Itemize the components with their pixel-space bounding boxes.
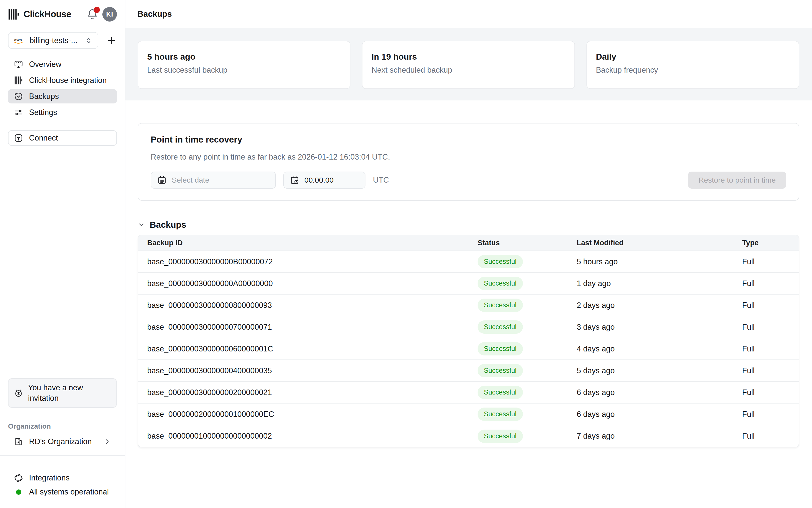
organization-section-label: Organization [8,422,117,430]
sidebar-divider [0,455,125,456]
table-row[interactable]: base_000000030000000A00000000 Successful… [138,272,799,294]
column-header-status: Status [478,235,577,251]
status-cell: Successful [478,294,577,316]
last-modified-cell: 3 days ago [577,316,742,338]
sidebar: ClickHouse KI aws billing-tests-... [0,0,126,508]
type-cell: Full [742,403,799,425]
sidebar-nav: Overview ClickHouse integration Backup [8,57,117,120]
service-name: billing-tests-... [30,36,80,45]
point-in-time-recovery-card: Point in time recovery Restore to any po… [138,123,799,201]
status-cell: Successful [478,360,577,381]
table-row[interactable]: base_000000030000000400000035 Successful… [138,360,799,381]
last-modified-cell: 1 day ago [577,272,742,294]
summary-cards-band: 5 hours ago Last successful backup In 19… [126,28,812,100]
table-row[interactable]: base_000000030000000200000021 Successful… [138,381,799,403]
overview-icon [14,60,23,69]
aws-logo-icon: aws [13,37,25,44]
last-modified-cell: 6 days ago [577,403,742,425]
calendar-icon [157,175,167,185]
backup-id-cell: base_000000030000000400000035 [138,360,478,381]
status-cell: Successful [478,316,577,338]
sidebar-item-label: Backups [29,92,59,101]
status-badge: Successful [478,408,523,421]
time-input[interactable]: 00:00:00 [283,172,366,188]
invitation-text: You have a new invitation [28,382,111,404]
organization-name: RD's Organization [29,437,92,446]
type-cell: Full [742,294,799,316]
sidebar-header: ClickHouse KI [8,7,117,22]
organization-switcher[interactable]: RD's Organization [8,434,117,449]
table-row[interactable]: base_00000003000000060000001C Successful… [138,338,799,360]
backups-section-title: Backups [150,220,186,230]
summary-card-caption: Last successful backup [147,66,341,75]
status-badge: Successful [478,430,523,443]
page-title: Backups [137,9,172,19]
system-status-label: All systems operational [29,488,109,497]
type-cell: Full [742,316,799,338]
table-header-row: Backup ID Status Last Modified Type [138,235,799,251]
service-selector[interactable]: aws billing-tests-... [8,32,98,49]
status-cell: Successful [478,251,577,272]
status-cell: Successful [478,381,577,403]
connect-label: Connect [29,133,58,142]
status-badge: Successful [478,277,523,290]
type-cell: Full [742,338,799,360]
sidebar-item-overview[interactable]: Overview [8,57,117,71]
connect-icon [14,133,23,142]
column-header-last-modified: Last Modified [577,235,742,251]
sidebar-item-backups[interactable]: Backups [8,89,117,103]
status-badge: Successful [478,342,523,355]
backup-id-cell: base_000000030000000700000071 [138,316,478,338]
timezone-label: UTC [373,176,389,184]
last-modified-cell: 5 days ago [577,360,742,381]
time-value: 00:00:00 [304,176,334,184]
integrations-label: Integrations [29,473,69,482]
column-header-backup-id: Backup ID [138,235,478,251]
notifications-button[interactable] [87,9,98,20]
sidebar-item-settings[interactable]: Settings [8,105,117,120]
last-modified-cell: 4 days ago [577,338,742,360]
top-bar: Backups [126,0,812,28]
summary-card-frequency: Daily Backup frequency [586,41,799,89]
status-badge: Successful [478,255,523,268]
system-status-link[interactable]: All systems operational [8,485,117,499]
last-modified-cell: 7 days ago [577,425,742,447]
table-row[interactable]: base_000000010000000000000002 Successful… [138,425,799,447]
backup-id-cell: base_00000003000000060000001C [138,338,478,360]
connect-button[interactable]: Connect [8,130,117,146]
sliders-icon [14,108,23,117]
status-cell: Successful [478,403,577,425]
backup-id-cell: base_000000010000000000000002 [138,425,478,447]
restore-button[interactable]: Restore to point in time [688,172,786,188]
last-modified-cell: 5 hours ago [577,251,742,272]
backups-section-header[interactable]: Backups [138,220,799,230]
sidebar-item-label: Overview [29,60,61,69]
status-cell: Successful [478,425,577,447]
sidebar-item-clickhouse-integration[interactable]: ClickHouse integration [8,73,117,87]
status-badge: Successful [478,364,523,377]
chevron-up-down-icon [84,36,93,45]
add-service-button[interactable] [106,35,117,46]
backup-id-cell: base_000000030000000800000093 [138,294,478,316]
status-cell: Successful [478,338,577,360]
backup-history-icon [14,92,23,101]
integrations-link[interactable]: Integrations [8,471,117,485]
backup-id-cell: base_0000000200000001000000EC [138,403,478,425]
table-row[interactable]: base_0000000200000001000000EC Successful… [138,403,799,425]
main-area: Backups 5 hours ago Last successful back… [126,0,812,508]
date-picker-input[interactable]: Select date [151,172,276,188]
table-row[interactable]: base_000000030000000700000071 Successful… [138,316,799,338]
table-row[interactable]: base_000000030000000800000093 Successful… [138,294,799,316]
backup-id-cell: base_000000030000000200000021 [138,381,478,403]
type-cell: Full [742,360,799,381]
invitation-banner[interactable]: You have a new invitation [8,378,117,408]
avatar[interactable]: KI [102,7,117,22]
table-row[interactable]: base_000000030000000B00000072 Successful… [138,251,799,272]
date-placeholder: Select date [172,176,209,184]
calendar-clock-icon [290,175,299,185]
type-cell: Full [742,381,799,403]
summary-card-caption: Backup frequency [596,66,790,75]
status-cell: Successful [478,272,577,294]
summary-card-caption: Next scheduled backup [372,66,565,75]
alarm-invitation-icon [14,388,23,398]
